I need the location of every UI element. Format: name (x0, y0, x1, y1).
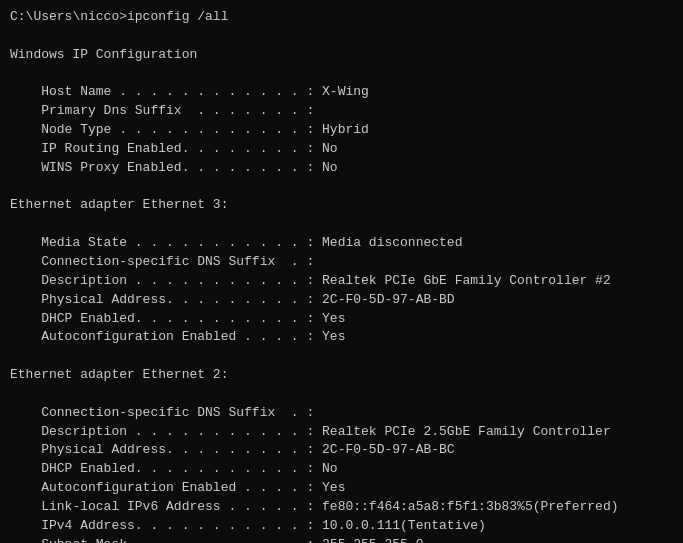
eth2-header: Ethernet adapter Ethernet 2: (10, 366, 673, 385)
blank-line-5 (10, 347, 673, 366)
eth2-auto: Autoconfiguration Enabled . . . . : Yes (10, 479, 673, 498)
eth2-ipv6: Link-local IPv6 Address . . . . . : fe80… (10, 498, 673, 517)
blank-line-2 (10, 65, 673, 84)
eth2-desc: Description . . . . . . . . . . . : Real… (10, 423, 673, 442)
blank-line-6 (10, 385, 673, 404)
ip-routing: IP Routing Enabled. . . . . . . . : No (10, 140, 673, 159)
eth3-media: Media State . . . . . . . . . . . : Medi… (10, 234, 673, 253)
host-name: Host Name . . . . . . . . . . . . : X-Wi… (10, 83, 673, 102)
eth2-subnet: Subnet Mask . . . . . . . . . . . : 255.… (10, 536, 673, 543)
eth3-header: Ethernet adapter Ethernet 3: (10, 196, 673, 215)
wins-proxy: WINS Proxy Enabled. . . . . . . . : No (10, 159, 673, 178)
blank-line-4 (10, 215, 673, 234)
prompt-line: C:\Users\nicco>ipconfig /all (10, 8, 673, 27)
node-type: Node Type . . . . . . . . . . . . : Hybr… (10, 121, 673, 140)
eth3-auto: Autoconfiguration Enabled . . . . : Yes (10, 328, 673, 347)
eth3-phys: Physical Address. . . . . . . . . : 2C-F… (10, 291, 673, 310)
terminal-window: C:\Users\nicco>ipconfig /all Windows IP … (10, 8, 673, 543)
blank-line-3 (10, 178, 673, 197)
windows-ip-config: Windows IP Configuration (10, 46, 673, 65)
eth3-desc: Description . . . . . . . . . . . : Real… (10, 272, 673, 291)
eth3-dhcp: DHCP Enabled. . . . . . . . . . . : Yes (10, 310, 673, 329)
eth2-dns: Connection-specific DNS Suffix . : (10, 404, 673, 423)
eth3-dns: Connection-specific DNS Suffix . : (10, 253, 673, 272)
blank-line-1 (10, 27, 673, 46)
eth2-ipv4: IPv4 Address. . . . . . . . . . . : 10.0… (10, 517, 673, 536)
primary-dns-suffix: Primary Dns Suffix . . . . . . . : (10, 102, 673, 121)
eth2-dhcp: DHCP Enabled. . . . . . . . . . . : No (10, 460, 673, 479)
eth2-phys: Physical Address. . . . . . . . . : 2C-F… (10, 441, 673, 460)
